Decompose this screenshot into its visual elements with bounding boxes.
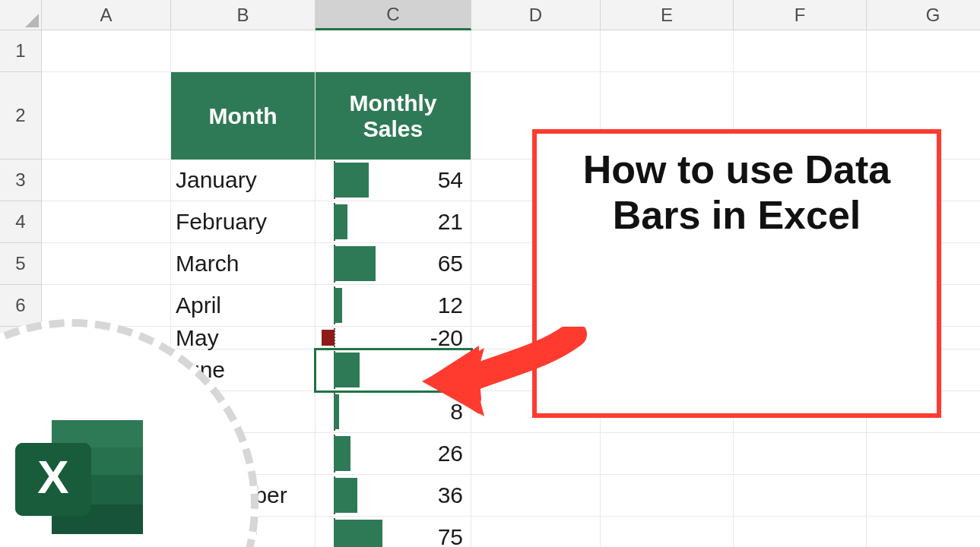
sales-value: 8 (450, 391, 463, 432)
table-header-sales[interactable]: Monthly Sales (316, 72, 471, 160)
sales-cell[interactable]: -20 (316, 327, 471, 349)
sales-cell[interactable]: 21 (316, 201, 471, 243)
cell-C1[interactable] (316, 30, 471, 72)
data-bar (334, 394, 339, 429)
data-bar (334, 288, 341, 323)
row-header-6[interactable]: 6 (0, 285, 42, 327)
cell-G12[interactable] (867, 517, 980, 547)
sales-value: 75 (438, 517, 463, 547)
sales-cell[interactable]: 36 (316, 475, 471, 517)
svg-text:X: X (37, 451, 68, 503)
data-bar (334, 478, 357, 513)
cell-E1[interactable] (601, 30, 734, 72)
sales-cell[interactable]: 8 (316, 391, 471, 433)
cell-F10[interactable] (734, 433, 867, 475)
cell-F11[interactable] (734, 475, 867, 517)
column-header-E[interactable]: E (601, 0, 734, 30)
spreadsheet-viewport: ABCDEFG1234567891011MonthMonthly SalesJa… (0, 0, 980, 547)
column-header-D[interactable]: D (471, 0, 601, 30)
column-header-B[interactable]: B (171, 0, 316, 30)
table-header-month[interactable]: Month (171, 72, 316, 160)
callout-text: How to use Data Bars in Excel (555, 147, 918, 239)
row-header-5[interactable]: 5 (0, 243, 42, 285)
month-cell[interactable]: January (171, 160, 316, 201)
sales-value: 12 (438, 285, 463, 326)
cell-A4[interactable] (42, 201, 171, 243)
cell-B1[interactable] (171, 30, 316, 72)
row-header-1[interactable]: 1 (0, 30, 42, 72)
data-bar (334, 520, 382, 547)
cell-A2[interactable] (42, 72, 171, 160)
select-all-corner[interactable] (0, 0, 42, 30)
cell-E11[interactable] (601, 475, 734, 517)
cell-D11[interactable] (471, 475, 601, 517)
column-header-C[interactable]: C (316, 0, 471, 30)
cell-E10[interactable] (601, 433, 734, 475)
sales-cell[interactable]: 75 (316, 517, 471, 547)
callout-box: How to use Data Bars in Excel (532, 129, 941, 418)
column-header-A[interactable]: A (42, 0, 171, 30)
sales-cell[interactable] (316, 349, 471, 391)
cell-G11[interactable] (867, 475, 980, 517)
sales-value: 36 (438, 475, 463, 516)
row-header-4[interactable]: 4 (0, 201, 42, 243)
data-bar (334, 246, 376, 281)
sales-value: 65 (438, 243, 463, 284)
cell-F12[interactable] (734, 517, 867, 547)
excel-app-icon: X (15, 414, 152, 543)
cell-E12[interactable] (601, 517, 734, 547)
month-cell[interactable]: February (171, 201, 316, 243)
sales-cell[interactable]: 12 (316, 285, 471, 327)
column-header-F[interactable]: F (734, 0, 867, 30)
cell-D12[interactable] (471, 517, 601, 547)
sales-cell[interactable]: 65 (316, 243, 471, 285)
data-bar (334, 163, 369, 198)
sales-value: -20 (430, 327, 463, 349)
cell-G1[interactable] (867, 30, 980, 72)
cell-G10[interactable] (867, 433, 980, 475)
month-cell[interactable]: March (171, 243, 316, 285)
data-bar (322, 330, 335, 346)
data-bar (334, 353, 360, 387)
data-bar (334, 204, 347, 239)
svg-marker-0 (25, 14, 39, 27)
row-header-3[interactable]: 3 (0, 160, 42, 201)
cell-A3[interactable] (42, 160, 171, 201)
month-cell[interactable]: April (171, 285, 316, 327)
sales-cell[interactable]: 54 (316, 160, 471, 201)
sales-value: 26 (438, 433, 463, 474)
cell-A5[interactable] (42, 243, 171, 285)
sales-value: 54 (438, 160, 463, 201)
month-cell[interactable]: May (171, 327, 316, 349)
cell-A1[interactable] (42, 30, 171, 72)
column-header-G[interactable]: G (867, 0, 980, 30)
sales-cell[interactable]: 26 (316, 433, 471, 475)
data-bar (334, 436, 350, 471)
sales-value: 21 (438, 201, 463, 242)
row-header-2[interactable]: 2 (0, 72, 42, 160)
cell-F1[interactable] (734, 30, 867, 72)
cell-D10[interactable] (471, 433, 601, 475)
cell-D1[interactable] (471, 30, 601, 72)
